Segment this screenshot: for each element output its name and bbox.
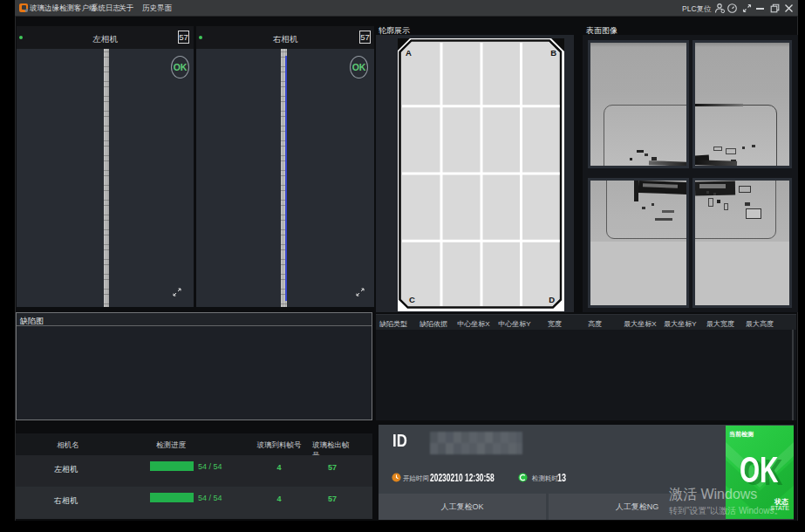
svg-text:B: B xyxy=(550,48,556,58)
svg-text:C: C xyxy=(409,295,415,304)
svg-text:A: A xyxy=(406,48,412,58)
svg-text:D: D xyxy=(549,295,555,304)
